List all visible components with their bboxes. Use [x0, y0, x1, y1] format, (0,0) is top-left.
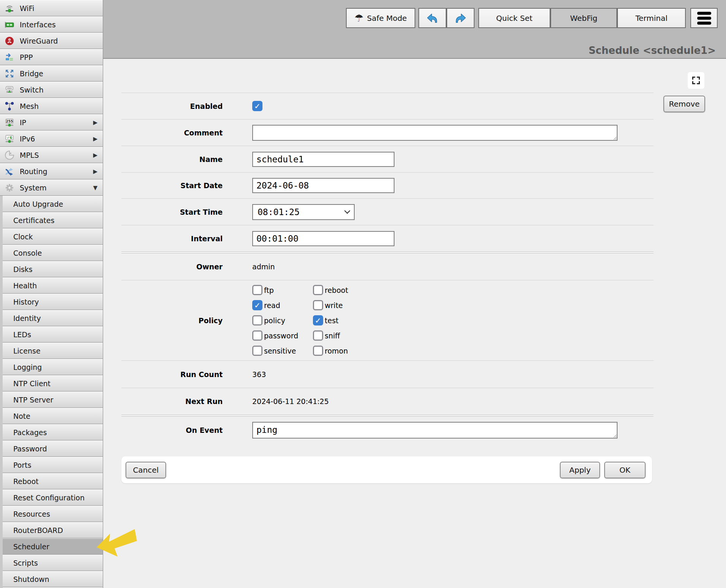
sidebar-item-resources[interactable]: Resources	[3, 506, 103, 522]
menu-button[interactable]	[690, 8, 718, 28]
sidebar-item-label: IP	[20, 118, 26, 127]
sidebar-item-routerboard[interactable]: RouterBOARD	[3, 522, 103, 538]
sidebar-item-certificates[interactable]: Certificates	[3, 212, 103, 228]
safe-mode-button[interactable]: ☂ Safe Mode	[346, 8, 415, 28]
sidebar-item-label: Clock	[13, 233, 33, 241]
policy-item-sensitive: sensitive	[252, 346, 313, 356]
sidebar-item-label: Logging	[13, 363, 42, 371]
name-input[interactable]	[252, 152, 394, 167]
start-time-row: Start Time 08:01:25	[121, 198, 654, 225]
triangle-right-icon: ▶	[93, 168, 97, 175]
policy-checkbox-password[interactable]	[252, 330, 262, 341]
sidebar-item-mpls[interactable]: MPLS▶	[0, 147, 103, 163]
policy-item-policy: policy	[252, 315, 313, 325]
apply-button[interactable]: Apply	[560, 462, 600, 478]
name-label: Name	[121, 155, 223, 164]
interfaces-icon	[4, 19, 15, 30]
sidebar-item-reboot[interactable]: Reboot	[3, 473, 103, 489]
sidebar-item-logging[interactable]: Logging	[3, 359, 103, 375]
hamburger-icon	[697, 12, 711, 25]
sidebar-item-routing[interactable]: Routing▶	[0, 163, 103, 179]
redo-button[interactable]	[446, 8, 475, 28]
sidebar-item-console[interactable]: Console	[3, 245, 103, 261]
triangle-down-icon: ▼	[93, 184, 97, 191]
sidebar-item-bridge[interactable]: Bridge	[0, 65, 103, 82]
sidebar-item-interfaces[interactable]: Interfaces	[0, 16, 103, 33]
sidebar-item-wifi[interactable]: WiFi	[0, 0, 103, 16]
mpls-icon	[4, 149, 15, 161]
sidebar-item-disks[interactable]: Disks	[3, 261, 103, 277]
policy-checkbox-label: password	[264, 332, 298, 340]
owner-label: Owner	[121, 263, 223, 271]
sidebar-item-clock[interactable]: Clock	[3, 228, 103, 245]
routing-icon	[4, 166, 15, 177]
start-time-select[interactable]: 08:01:25	[252, 204, 355, 220]
undo-button[interactable]	[418, 8, 446, 28]
policy-row: Policy ftpreadpolicypasswordsensitive re…	[121, 280, 654, 360]
sidebar-item-packages[interactable]: Packages	[3, 424, 103, 440]
policy-item-read: read	[252, 300, 313, 310]
sidebar-item-note[interactable]: Note	[3, 408, 103, 424]
sidebar-item-wireguard[interactable]: WireGuard	[0, 33, 103, 49]
sidebar-item-auto-upgrade[interactable]: Auto Upgrade	[3, 196, 103, 212]
start-date-input[interactable]	[252, 178, 394, 193]
sidebar-item-scheduler[interactable]: Scheduler	[3, 538, 103, 555]
sidebar-item-scripts[interactable]: Scripts	[3, 555, 103, 571]
policy-checkbox-label: test	[325, 316, 339, 325]
sidebar-item-label: Shutdown	[13, 575, 49, 583]
sidebar-item-ports[interactable]: Ports	[3, 457, 103, 473]
sidebar-item-ntp-client[interactable]: NTP Client	[3, 375, 103, 391]
policy-checkbox-write[interactable]	[313, 300, 323, 310]
webfig-tab[interactable]: WebFig	[550, 8, 617, 28]
sidebar-item-mesh[interactable]: Mesh	[0, 98, 103, 114]
sidebar-item-ip[interactable]: 255IP▶	[0, 114, 103, 130]
sidebar-item-switch[interactable]: Switch	[0, 82, 103, 98]
sidebar-item-history[interactable]: History	[3, 294, 103, 310]
comment-label: Comment	[121, 129, 223, 137]
cancel-button[interactable]: Cancel	[126, 462, 166, 478]
policy-checkbox-ftp[interactable]	[252, 285, 262, 295]
sidebar-item-ntp-server[interactable]: NTP Server	[3, 391, 103, 408]
run-count-label: Run Count	[121, 370, 223, 379]
sidebar-item-password[interactable]: Password	[3, 440, 103, 457]
fullscreen-button[interactable]	[688, 72, 704, 89]
sidebar-item-label: Health	[13, 281, 37, 290]
sidebar-item-reset-configuration[interactable]: Reset Configuration	[3, 489, 103, 506]
policy-checkbox-policy[interactable]	[252, 315, 262, 325]
policy-checkbox-romon[interactable]	[313, 346, 323, 356]
sidebar-item-identity[interactable]: Identity	[3, 310, 103, 326]
sidebar-item-shutdown[interactable]: Shutdown	[3, 571, 103, 587]
policy-column-1: ftpreadpolicypasswordsensitive	[252, 285, 313, 356]
policy-checkbox-read[interactable]	[252, 300, 262, 310]
terminal-tab[interactable]: Terminal	[617, 8, 686, 28]
sidebar-item-label: Ports	[13, 461, 31, 469]
policy-checkbox-sniff[interactable]	[313, 330, 323, 341]
ok-button[interactable]: OK	[604, 462, 646, 478]
policy-checkbox-label: write	[325, 301, 343, 310]
sidebar-item-ppp[interactable]: PPP	[0, 49, 103, 65]
policy-checkbox-reboot[interactable]	[313, 285, 323, 295]
sidebar-item-system[interactable]: System▼	[0, 179, 103, 196]
policy-checkbox-label: read	[264, 301, 280, 310]
sidebar-item-health[interactable]: Health	[3, 277, 103, 294]
quick-set-tab[interactable]: Quick Set	[478, 8, 550, 28]
triangle-right-icon: ▶	[93, 135, 97, 142]
sidebar-item-ipv6[interactable]: ✓6IPv6▶	[0, 130, 103, 147]
sidebar-item-license[interactable]: License	[3, 343, 103, 359]
interval-input[interactable]	[252, 231, 394, 246]
policy-column-2: rebootwritetestsniffromon	[313, 285, 348, 356]
chevron-down-icon	[344, 208, 350, 214]
policy-label: Policy	[121, 316, 223, 325]
page-title: Schedule <schedule1>	[589, 45, 716, 56]
remove-button[interactable]: Remove	[663, 96, 705, 112]
enabled-checkbox[interactable]	[252, 101, 262, 111]
system-icon	[4, 182, 15, 193]
on-event-textarea[interactable]: ping	[252, 422, 618, 439]
comment-textarea[interactable]	[252, 125, 618, 141]
svg-text:255: 255	[6, 119, 13, 123]
sidebar-item-leds[interactable]: LEDs	[3, 326, 103, 343]
next-run-row: Next Run 2024-06-11 20:41:25	[121, 388, 654, 415]
header-band: ☂ Safe Mode Quick Set WebFig Terminal Sc…	[103, 0, 726, 59]
policy-checkbox-test[interactable]	[313, 315, 323, 325]
policy-checkbox-sensitive[interactable]	[252, 346, 262, 356]
